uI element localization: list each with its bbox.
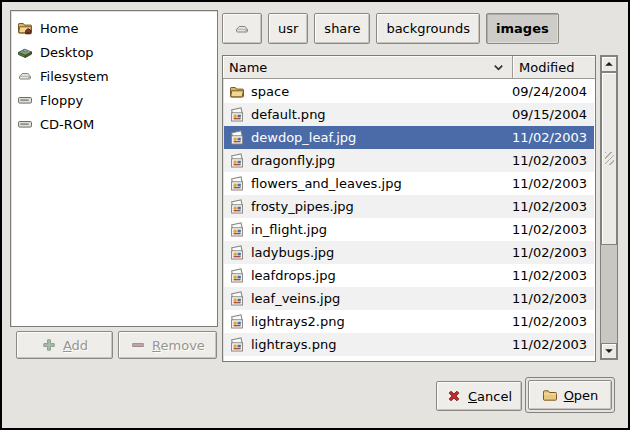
sidebar-item-floppy[interactable]: Floppy <box>11 88 217 112</box>
column-header-modified[interactable]: Modified <box>513 56 595 79</box>
file-name-cell: dewdop_leaf.jpg <box>224 130 512 146</box>
image-file-icon <box>229 245 245 261</box>
sidebar-item-label: Floppy <box>40 93 83 108</box>
cancel-button[interactable]: Cancel <box>436 381 522 411</box>
chevron-down-icon <box>490 59 506 75</box>
file-modified: 11/02/2003 <box>512 268 594 283</box>
scroll-up-button[interactable] <box>601 56 617 72</box>
file-modified: 11/02/2003 <box>512 291 594 306</box>
file-name-cell: leaf_veins.jpg <box>224 291 512 307</box>
remove-button[interactable]: Remove <box>118 331 217 359</box>
cancel-button-label: Cancel <box>468 389 512 404</box>
image-file-icon <box>229 314 245 330</box>
path-button-images[interactable]: images <box>486 13 559 44</box>
file-name-cell <box>224 360 512 361</box>
file-list: Name Modified space09/24/2004default.png… <box>222 55 596 362</box>
file-name: in_flight.jpg <box>251 222 327 237</box>
path-bar: usrsharebackgroundsimages <box>222 13 559 44</box>
add-button[interactable]: Add <box>16 331 113 359</box>
open-button[interactable]: Open <box>528 380 612 410</box>
file-name: frosty_pipes.jpg <box>251 199 354 214</box>
file-name: leaf_veins.jpg <box>251 291 340 306</box>
sidebar-item-label: Desktop <box>40 45 94 60</box>
file-modified: 11/02/2003 <box>512 337 594 352</box>
list-header: Name Modified <box>223 56 595 79</box>
table-row[interactable]: frosty_pipes.jpg11/02/2003 <box>224 195 594 218</box>
open-button-default-ring: Open <box>525 377 615 413</box>
file-name-cell: lightrays2.png <box>224 314 512 330</box>
table-row[interactable]: space09/24/2004 <box>224 80 594 103</box>
drive-icon <box>17 92 33 108</box>
file-name-cell: lightrays.png <box>224 337 512 353</box>
file-name: dragonfly.jpg <box>251 153 335 168</box>
sidebar-item-label: Home <box>40 21 78 36</box>
file-chooser-dialog: HomeDesktopFilesystemFloppyCD-ROM Add Re… <box>0 0 630 430</box>
table-row[interactable]: flowers_and_leaves.jpg11/02/2003 <box>224 172 594 195</box>
sidebar-item-filesystem[interactable]: Filesystem <box>11 64 217 88</box>
file-modified: 11/02/2003 <box>512 245 594 260</box>
file-modified: 11/02/2003 <box>512 199 594 214</box>
scroll-down-button[interactable] <box>601 343 617 359</box>
file-modified: 09/24/2004 <box>512 84 594 99</box>
path-button-root[interactable] <box>222 13 262 44</box>
table-row[interactable]: dragonfly.jpg11/02/2003 <box>224 149 594 172</box>
column-header-name-label: Name <box>229 60 267 75</box>
file-name: dewdop_leaf.jpg <box>251 130 356 145</box>
vertical-scrollbar[interactable] <box>600 55 618 360</box>
file-name-cell: in_flight.jpg <box>224 222 512 238</box>
open-button-label: Open <box>564 388 599 403</box>
path-button-backgrounds[interactable]: backgrounds <box>376 13 480 44</box>
table-row[interactable]: in_flight.jpg11/02/2003 <box>224 218 594 241</box>
sidebar-item-label: Filesystem <box>40 69 109 84</box>
path-button-usr[interactable]: usr <box>268 13 308 44</box>
file-name: flowers_and_leaves.jpg <box>251 176 402 191</box>
image-file-icon <box>229 199 245 215</box>
scrollbar-grip <box>605 152 614 165</box>
remove-icon <box>130 337 146 353</box>
file-name-cell: space <box>224 84 512 100</box>
image-file-icon <box>229 130 245 146</box>
image-file-icon <box>229 360 245 361</box>
image-file-icon <box>229 337 245 353</box>
file-name: space <box>251 84 289 99</box>
file-name: leafdrops.jpg <box>251 268 336 283</box>
column-header-modified-label: Modified <box>519 60 574 75</box>
table-row[interactable] <box>224 356 594 360</box>
table-row[interactable]: lightrays2.png11/02/2003 <box>224 310 594 333</box>
add-icon <box>41 337 57 353</box>
path-button-label: backgrounds <box>386 21 470 36</box>
table-row[interactable]: dewdop_leaf.jpg11/02/2003 <box>224 126 594 149</box>
image-file-icon <box>229 268 245 284</box>
path-button-share[interactable]: share <box>314 13 370 44</box>
sidebar-item-label: CD-ROM <box>40 117 94 132</box>
sidebar-item-cd-rom[interactable]: CD-ROM <box>11 112 217 136</box>
image-file-icon <box>229 153 245 169</box>
folder-icon <box>229 84 245 100</box>
table-row[interactable]: default.png09/15/2004 <box>224 103 594 126</box>
sidebar-shortcuts: HomeDesktopFilesystemFloppyCD-ROM <box>10 10 218 327</box>
table-row[interactable]: ladybugs.jpg11/02/2003 <box>224 241 594 264</box>
table-row[interactable]: leaf_veins.jpg11/02/2003 <box>224 287 594 310</box>
add-button-label: Add <box>63 338 88 353</box>
table-row[interactable]: leafdrops.jpg11/02/2003 <box>224 264 594 287</box>
arrow-up-icon <box>601 56 617 72</box>
cancel-icon <box>446 388 462 404</box>
file-modified: 11/02/2003 <box>512 130 594 145</box>
file-name: lightrays2.png <box>251 314 345 329</box>
image-file-icon <box>229 291 245 307</box>
file-name: ladybugs.jpg <box>251 245 334 260</box>
scrollbar-thumb[interactable] <box>601 72 617 245</box>
table-row[interactable]: lightrays.png11/02/2003 <box>224 333 594 356</box>
column-header-name[interactable]: Name <box>223 56 513 79</box>
image-file-icon <box>229 107 245 123</box>
image-file-icon <box>229 222 245 238</box>
sidebar-item-home[interactable]: Home <box>11 16 217 40</box>
home-icon <box>17 20 33 36</box>
sidebar-item-desktop[interactable]: Desktop <box>11 40 217 64</box>
file-modified: 11/02/2003 <box>512 176 594 191</box>
file-modified: 09/15/2004 <box>512 107 594 122</box>
open-icon <box>542 387 558 403</box>
file-name-cell: dragonfly.jpg <box>224 153 512 169</box>
desktop-icon <box>17 44 33 60</box>
file-modified: 11/02/2003 <box>512 222 594 237</box>
